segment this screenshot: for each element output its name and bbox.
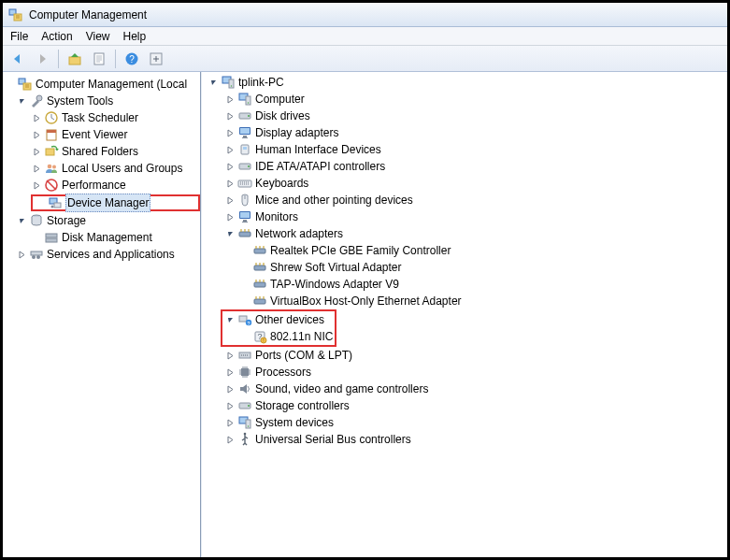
expand-toggle[interactable]: [31, 112, 42, 123]
expand-toggle[interactable]: [224, 93, 236, 105]
right-tree-pane[interactable]: tplink-PC Computer Disk drives Display a…: [201, 72, 727, 557]
dev-ports[interactable]: Ports (COM & LPT): [202, 347, 727, 364]
network-icon: [237, 226, 252, 241]
tree-disk-management[interactable]: Disk Management: [3, 229, 200, 246]
dev-label: 802.11n NIC: [270, 328, 333, 345]
tree-shared-folders[interactable]: Shared Folders: [3, 143, 200, 160]
system-device-icon: [237, 415, 252, 430]
expand-toggle[interactable]: [224, 417, 236, 428]
expand-toggle[interactable]: [31, 179, 42, 191]
tree-task-scheduler[interactable]: Task Scheduler: [3, 109, 200, 126]
expand-toggle[interactable]: [224, 434, 236, 445]
tree-root[interactable]: Computer Management (Local: [3, 76, 200, 93]
help-button[interactable]: [121, 49, 143, 69]
expand-toggle[interactable]: [224, 110, 236, 122]
disk-mgmt-icon: [44, 230, 59, 245]
menu-help[interactable]: Help: [123, 30, 147, 43]
toolbar-separator: [115, 50, 116, 68]
properties-button[interactable]: [88, 49, 110, 69]
expand-toggle[interactable]: [31, 163, 42, 174]
tree-label: Device Manager: [65, 194, 150, 212]
usb-icon: [237, 432, 252, 447]
dev-net-vbox[interactable]: VirtualBox Host-Only Ethernet Adapter: [202, 293, 727, 309]
dev-storage-ctrl[interactable]: Storage controllers: [202, 397, 727, 414]
dev-monitors[interactable]: Monitors: [202, 208, 727, 225]
expand-toggle[interactable]: [224, 194, 236, 206]
dev-display[interactable]: Display adapters: [202, 124, 727, 141]
computer-icon: [237, 92, 252, 107]
tree-label: Event Viewer: [62, 126, 127, 143]
menu-view[interactable]: View: [86, 30, 110, 43]
network-icon: [252, 260, 267, 275]
expand-toggle[interactable]: [208, 77, 219, 88]
dev-net-tap[interactable]: TAP-Windows Adapter V9: [202, 276, 727, 293]
dev-label: IDE ATA/ATAPI controllers: [255, 158, 385, 175]
menu-file[interactable]: File: [10, 30, 28, 43]
refresh-button[interactable]: [145, 49, 167, 69]
up-button[interactable]: [64, 49, 86, 69]
computer-icon: [221, 75, 236, 90]
tree-local-users[interactable]: Local Users and Groups: [3, 160, 200, 177]
dev-computer[interactable]: Computer: [202, 91, 727, 108]
window-title: Computer Management: [29, 8, 147, 22]
expand-toggle[interactable]: [224, 161, 236, 172]
dev-other[interactable]: Other devices: [224, 311, 333, 328]
expand-toggle[interactable]: [224, 366, 236, 378]
dev-net-shrew[interactable]: Shrew Soft Virtual Adapter: [202, 259, 727, 276]
dev-label: Other devices: [255, 311, 324, 328]
tree-device-manager[interactable]: Device Manager: [31, 194, 200, 211]
dev-hid[interactable]: Human Interface Devices: [202, 141, 727, 158]
expand-toggle[interactable]: [224, 228, 236, 239]
expand-toggle[interactable]: [224, 314, 236, 325]
ports-icon: [237, 348, 252, 363]
expand-toggle[interactable]: [31, 129, 42, 140]
tree-root-label: Computer Management (Local: [36, 76, 187, 93]
dev-usb[interactable]: Universal Serial Bus controllers: [202, 431, 727, 448]
dev-network[interactable]: Network adapters: [202, 225, 727, 242]
tree-system-tools[interactable]: System Tools: [3, 93, 200, 109]
expand-toggle[interactable]: [16, 249, 27, 260]
dev-other-nic[interactable]: 802.11n NIC: [224, 328, 333, 345]
hid-icon: [237, 142, 252, 157]
expand-toggle[interactable]: [31, 146, 42, 157]
dev-keyboards[interactable]: Keyboards: [202, 175, 727, 192]
forward-button[interactable]: [31, 49, 53, 69]
dev-mice[interactable]: Mice and other pointing devices: [202, 192, 727, 208]
expand-toggle[interactable]: [224, 178, 236, 189]
tree-label: Storage: [47, 212, 86, 229]
dev-processors[interactable]: Processors: [202, 364, 727, 381]
disk-icon: [237, 108, 252, 123]
tree-services-apps[interactable]: Services and Applications: [3, 246, 200, 263]
dev-label: tplink-PC: [238, 74, 284, 91]
expand-toggle[interactable]: [224, 350, 236, 361]
dev-system[interactable]: System devices: [202, 414, 727, 431]
expand-toggle[interactable]: [224, 383, 236, 395]
dev-root[interactable]: tplink-PC: [202, 74, 727, 91]
back-button[interactable]: [7, 49, 29, 69]
tree-performance[interactable]: Performance: [3, 177, 200, 194]
dev-label: System devices: [255, 414, 334, 431]
toolbar-separator: [58, 50, 59, 68]
expand-toggle[interactable]: [224, 211, 236, 223]
dev-disk-drives[interactable]: Disk drives: [202, 108, 727, 124]
dev-label: Shrew Soft Virtual Adapter: [270, 259, 402, 276]
left-tree-pane[interactable]: Computer Management (Local System Tools …: [3, 72, 201, 557]
expand-toggle[interactable]: [16, 215, 27, 226]
expand-toggle[interactable]: [224, 127, 236, 138]
keyboard-icon: [237, 176, 252, 191]
expand-toggle[interactable]: [224, 400, 236, 411]
tools-icon: [29, 93, 44, 108]
tree-storage[interactable]: Storage: [3, 212, 200, 229]
dev-ide[interactable]: IDE ATA/ATAPI controllers: [202, 158, 727, 175]
app-icon: [8, 7, 23, 22]
dev-label: Ports (COM & LPT): [255, 347, 352, 364]
menu-action[interactable]: Action: [41, 30, 72, 43]
dev-sound[interactable]: Sound, video and game controllers: [202, 381, 727, 397]
tree-event-viewer[interactable]: Event Viewer: [3, 126, 200, 143]
expand-toggle[interactable]: [16, 95, 27, 107]
dev-label: Human Interface Devices: [255, 141, 381, 158]
expand-toggle[interactable]: [224, 144, 236, 155]
dev-net-realtek[interactable]: Realtek PCIe GBE Family Controller: [202, 242, 727, 259]
app-icon: [18, 77, 33, 92]
unknown-device-icon: [252, 329, 267, 344]
